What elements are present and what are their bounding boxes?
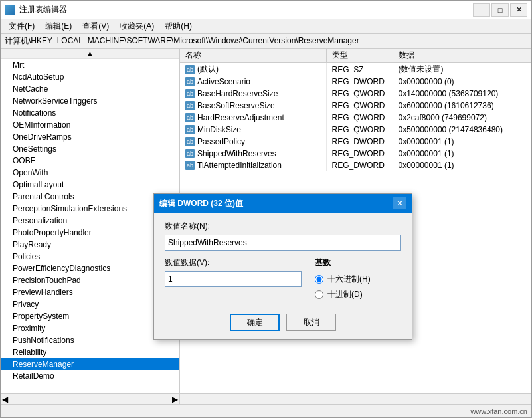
tree-item[interactable]: NcdAutoSetup bbox=[1, 71, 179, 83]
registry-tbody: ab(默认)REG_SZ(数值未设置)abActiveScenarioREG_D… bbox=[180, 63, 531, 172]
dialog-close-button[interactable]: ✕ bbox=[393, 197, 406, 209]
cell-type: REG_QWORD bbox=[326, 100, 393, 112]
menu-view[interactable]: 查看(V) bbox=[77, 19, 114, 33]
cell-type: REG_SZ bbox=[326, 63, 393, 76]
tree-item[interactable]: NetCache bbox=[1, 83, 179, 95]
hex-radio[interactable] bbox=[315, 275, 323, 284]
tree-item[interactable]: Privacy bbox=[1, 298, 179, 310]
cancel-button[interactable]: 取消 bbox=[286, 314, 336, 331]
cell-type: REG_QWORD bbox=[326, 88, 393, 100]
cell-type: REG_QWORD bbox=[326, 124, 393, 136]
window-title: 注册表编辑器 bbox=[19, 4, 67, 15]
cell-data: (数值未设置) bbox=[393, 63, 531, 76]
tree-item[interactable]: Parental Controls bbox=[1, 191, 179, 203]
cell-data: 0x140000000 (5368709120) bbox=[393, 88, 531, 100]
menu-favorites[interactable]: 收藏夹(A) bbox=[114, 19, 159, 33]
tree-item[interactable]: PropertySystem bbox=[1, 310, 179, 322]
dialog-body: 数值名称(N): 数值数据(V): 基数 十六进制(H) bbox=[154, 213, 412, 339]
cell-name: abShippedWithReserves bbox=[180, 148, 326, 159]
tree-item[interactable]: RetailDemo bbox=[1, 370, 179, 382]
name-input[interactable] bbox=[165, 235, 401, 251]
tree-item[interactable]: OneSettings bbox=[1, 143, 179, 155]
menu-file[interactable]: 文件(F) bbox=[3, 19, 40, 33]
menu-bar: 文件(F) 编辑(E) 查看(V) 收藏夹(A) 帮助(H) bbox=[1, 19, 531, 34]
reg-icon: ab bbox=[185, 149, 195, 158]
hex-radio-row: 十六进制(H) bbox=[315, 274, 401, 285]
ok-button[interactable]: 确定 bbox=[230, 314, 280, 331]
title-bar-left: 注册表编辑器 bbox=[5, 4, 67, 15]
title-controls: — □ ✕ bbox=[473, 3, 527, 17]
status-text: www.xfan.com.cn bbox=[470, 407, 527, 415]
tree-item[interactable]: OptimalLayout bbox=[1, 179, 179, 191]
tree-item[interactable]: OEMInformation bbox=[1, 119, 179, 131]
tree-item[interactable]: Proximity bbox=[1, 322, 179, 334]
table-row[interactable]: abHardReserveAdjustmentREG_QWORD0x2caf80… bbox=[180, 112, 531, 124]
title-bar: 注册表编辑器 — □ ✕ bbox=[1, 1, 531, 19]
tree-item[interactable]: PhotoPropertyHandler bbox=[1, 227, 179, 239]
dec-radio[interactable] bbox=[315, 290, 323, 299]
table-row[interactable]: abShippedWithReservesREG_DWORD0x00000001… bbox=[180, 148, 531, 159]
close-button[interactable]: ✕ bbox=[510, 3, 527, 17]
cell-name: abPassedPolicy bbox=[180, 136, 326, 148]
dialog-title: 编辑 DWORD (32 位)值 bbox=[159, 198, 243, 209]
dialog-row: 数值数据(V): 基数 十六进制(H) 十进制(D) bbox=[165, 257, 401, 304]
tree-item[interactable]: Notifications bbox=[1, 107, 179, 119]
cell-type: REG_QWORD bbox=[326, 112, 393, 124]
table-row[interactable]: abActiveScenarioREG_DWORD0x00000000 (0) bbox=[180, 76, 531, 88]
left-h-scroll: ◀ ▶ bbox=[1, 394, 180, 404]
cell-name: ab(默认) bbox=[180, 63, 326, 76]
reg-icon: ab bbox=[185, 65, 195, 74]
h-scroll-area: ◀ ▶ bbox=[1, 393, 531, 404]
dialog-left: 数值数据(V): bbox=[165, 257, 302, 304]
tree-item[interactable]: PreviewHandlers bbox=[1, 286, 179, 298]
dec-label: 十进制(D) bbox=[327, 289, 363, 300]
tree-container: MrtNcdAutoSetupNetCacheNetworkServiceTri… bbox=[1, 59, 179, 382]
minimize-button[interactable]: — bbox=[473, 3, 490, 17]
reg-icon: ab bbox=[185, 113, 195, 122]
reg-icon: ab bbox=[185, 161, 195, 170]
menu-help[interactable]: 帮助(H) bbox=[159, 19, 197, 33]
tree-item[interactable]: NetworkServiceTriggers bbox=[1, 95, 179, 107]
right-arrow[interactable]: ▶ bbox=[172, 395, 178, 404]
data-label: 数值数据(V): bbox=[165, 257, 302, 268]
tree-item[interactable]: Mrt bbox=[1, 59, 179, 71]
table-row[interactable]: ab(默认)REG_SZ(数值未设置) bbox=[180, 63, 531, 76]
reg-icon: ab bbox=[185, 137, 195, 146]
tree-item[interactable]: Personalization bbox=[1, 215, 179, 227]
tree-item[interactable]: OpenWith bbox=[1, 167, 179, 179]
table-row[interactable]: abBaseSoftReserveSizeREG_QWORD0x60000000… bbox=[180, 100, 531, 112]
col-name: 名称 bbox=[180, 49, 326, 63]
scroll-up-arrow[interactable]: ▲ bbox=[1, 49, 179, 59]
table-row[interactable]: abBaseHardReserveSizeREG_QWORD0x14000000… bbox=[180, 88, 531, 100]
tree-item[interactable]: Reliability bbox=[1, 346, 179, 358]
reg-icon: ab bbox=[185, 101, 195, 110]
left-arrow[interactable]: ◀ bbox=[2, 395, 8, 404]
cell-type: REG_DWORD bbox=[326, 136, 393, 148]
edit-dword-dialog: 编辑 DWORD (32 位)值 ✕ 数值名称(N): 数值数据(V): 基数 bbox=[153, 193, 412, 340]
tree-item[interactable]: PrecisionTouchPad bbox=[1, 274, 179, 286]
tree-item[interactable]: OOBE bbox=[1, 155, 179, 167]
registry-table: 名称 类型 数据 ab(默认)REG_SZ(数值未设置)abActiveScen… bbox=[180, 49, 531, 171]
maximize-button[interactable]: □ bbox=[491, 3, 509, 17]
tree-item[interactable]: Policies bbox=[1, 251, 179, 262]
status-bar: www.xfan.com.cn bbox=[1, 404, 531, 417]
right-h-scroll bbox=[180, 394, 531, 404]
dialog-title-bar: 编辑 DWORD (32 位)值 ✕ bbox=[154, 194, 412, 213]
cell-type: REG_DWORD bbox=[326, 159, 393, 171]
menu-edit[interactable]: 编辑(E) bbox=[40, 19, 77, 33]
tree-item[interactable]: PerceptionSimulationExtensions bbox=[1, 203, 179, 215]
tree-item[interactable]: PlayReady bbox=[1, 239, 179, 251]
data-input[interactable] bbox=[165, 271, 302, 287]
name-label: 数值名称(N): bbox=[165, 221, 401, 232]
table-row[interactable]: abPassedPolicyREG_DWORD0x00000001 (1) bbox=[180, 136, 531, 148]
tree-item[interactable]: PowerEfficiencyDiagnostics bbox=[1, 262, 179, 274]
table-row[interactable]: abMinDiskSizeREG_QWORD0x500000000 (21474… bbox=[180, 124, 531, 136]
address-text: 计算机\HKEY_LOCAL_MACHINE\SOFTWARE\Microsof… bbox=[5, 35, 359, 47]
cell-data: 0x00000001 (1) bbox=[393, 148, 531, 159]
tree-item[interactable]: ReserveManager bbox=[1, 358, 179, 370]
cell-data: 0x60000000 (1610612736) bbox=[393, 100, 531, 112]
reg-icon: ab bbox=[185, 89, 195, 98]
table-row[interactable]: abTiAttemptedInitializationREG_DWORD0x00… bbox=[180, 159, 531, 171]
tree-item[interactable]: PushNotifications bbox=[1, 334, 179, 346]
tree-item[interactable]: OneDriveRamps bbox=[1, 131, 179, 143]
